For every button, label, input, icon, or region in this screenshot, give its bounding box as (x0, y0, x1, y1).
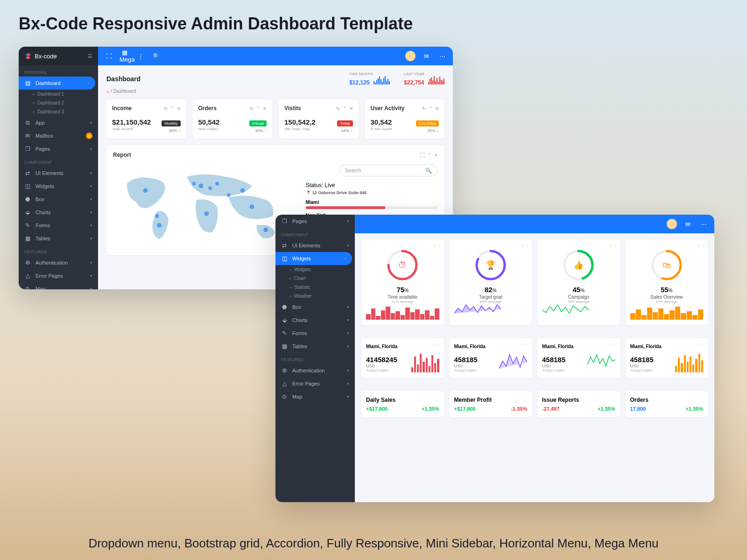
close-icon[interactable]: ○ (613, 342, 616, 347)
sidebar-item-dashboard[interactable]: ▤Dashboard– (19, 77, 95, 90)
more-icon[interactable]: ⋮ (135, 53, 146, 60)
refresh-icon[interactable]: ○ (521, 244, 523, 248)
close-icon[interactable]: ✕ (349, 106, 353, 111)
close-icon[interactable]: ○ (526, 244, 528, 248)
sidebar-item-widgets[interactable]: ◫Widgets– (275, 252, 352, 265)
sidebar-item-charts[interactable]: ⬙Charts▾ (19, 206, 98, 219)
world-map[interactable] (113, 165, 298, 249)
close-icon[interactable]: ✕ (435, 106, 439, 111)
refresh-icon[interactable]: ○ (697, 244, 699, 248)
close-icon[interactable]: ○ (702, 342, 704, 347)
collapse-icon[interactable]: ⌃ (170, 106, 174, 111)
close-icon[interactable]: ✕ (434, 153, 438, 158)
close-icon[interactable]: ✕ (177, 106, 181, 111)
card-value: 50,542 (198, 118, 220, 126)
collapse-icon[interactable]: ⌃ (428, 153, 431, 158)
refresh-icon[interactable]: ↻ (422, 106, 426, 111)
sidebar-item-widgets[interactable]: ◫Widgets▾ (19, 180, 98, 193)
sidebar-item-ui[interactable]: ⇄UI Elements▾ (275, 239, 355, 252)
sidebar-item-charts[interactable]: ⬙Charts▾ (275, 314, 355, 327)
location-sub: Today's sales (630, 368, 654, 372)
box-icon: ⬣ (281, 304, 288, 310)
sidebar-sub-statistic[interactable]: Statistic (275, 283, 355, 292)
close-icon[interactable]: ✕ (263, 106, 267, 111)
close-icon[interactable]: ○ (437, 244, 440, 248)
mega-menu-button[interactable]: ▦ Mega (120, 49, 130, 63)
dots-icon[interactable]: ⋯ (437, 53, 447, 60)
sidebar-item-pages[interactable]: ❐Pages▾ (275, 215, 355, 228)
widget-avg: 51% average (366, 300, 439, 304)
refresh-icon[interactable]: ○ (609, 342, 612, 347)
sidebar-sub-dash2[interactable]: Dashboard 2 (19, 98, 98, 107)
sidebar-item-auth[interactable]: ⚙Authentication▾ (275, 364, 355, 377)
sidebar-item-box[interactable]: ⬣Box▾ (275, 301, 355, 314)
widget-card: ○○ ⏱ 75% Time available 51% average (361, 240, 444, 325)
svg-point-1 (157, 223, 162, 228)
sidebar-item-ui[interactable]: ⇄UI Elements▾ (19, 167, 98, 180)
dashboard-title: Dashboard (106, 75, 141, 83)
sidebar-item-pages[interactable]: ❐Pages▾ (19, 142, 98, 155)
refresh-icon[interactable]: ○ (433, 244, 436, 248)
screenshot-widgets: ❐Pages▾ COMPONENT ⇄UI Elements▾ ◫Widgets… (275, 215, 714, 502)
sidebar-section-personal: PERSONAL (19, 65, 98, 77)
stat-cards-row: Income ↻⌃✕ $21,150,542Total Income Month… (106, 99, 444, 139)
location-sub: Today's sales (454, 368, 478, 372)
refresh-icon[interactable]: ○ (521, 342, 523, 347)
sidebar-item-auth[interactable]: ⚙Authentication▾ (19, 256, 98, 269)
refresh-icon[interactable]: ↻ (164, 106, 168, 111)
sidebar-sub-widgets[interactable]: Widgets (275, 265, 355, 274)
brand-logo[interactable]: Bx-code (24, 52, 57, 60)
avatar[interactable] (667, 219, 677, 229)
refresh-icon[interactable]: ↻ (250, 106, 254, 111)
sidebar-item-map[interactable]: ⊙Map▾ (19, 282, 98, 289)
sidebar-item-error[interactable]: △Error Pages▾ (275, 377, 355, 390)
sidebar: Bx-code ☰ PERSONAL ▤Dashboard– Dashboard… (19, 47, 98, 289)
refresh-icon[interactable]: ○ (609, 244, 612, 248)
report-search[interactable]: Search🔍 (339, 165, 438, 176)
mail-topbar-icon[interactable]: ✉ (683, 221, 693, 228)
search-icon[interactable]: 🔍 (151, 53, 162, 60)
close-icon[interactable]: ○ (526, 342, 528, 347)
sidebar-item-mailbox[interactable]: ✉Mailbox0 (19, 129, 98, 142)
location-name: Miami, Florida (366, 344, 439, 349)
collapse-icon[interactable]: ⌃ (429, 106, 432, 111)
sidebar-sub-dash3[interactable]: Dashboard 3 (19, 107, 98, 116)
close-icon[interactable]: ○ (613, 244, 616, 248)
brand-name: Bx-code (35, 53, 57, 60)
sidebar-item-forms[interactable]: ✎Forms▾ (275, 327, 355, 340)
mini-chart (499, 354, 527, 372)
sidebar-sub-dash1[interactable]: Dashboard 1 (19, 90, 98, 98)
expand-icon[interactable]: ⛶ (420, 153, 425, 158)
sidebar-item-tables[interactable]: ▦Tables▾ (275, 340, 355, 353)
location-value: 458185 (454, 356, 478, 364)
collapse-icon[interactable]: ⌃ (256, 106, 260, 111)
sidebar-item-box[interactable]: ⬣Box▾ (19, 193, 98, 206)
sidebar-item-map[interactable]: ⊙Map▾ (275, 390, 355, 403)
close-icon[interactable]: ○ (437, 342, 440, 347)
sidebar-item-forms[interactable]: ✎Forms▾ (19, 219, 98, 232)
sidebar-sub-weather[interactable]: Weather (275, 292, 355, 301)
mail-topbar-icon[interactable]: ✉ (421, 53, 431, 60)
city-name: Miami (306, 200, 438, 205)
location-currency: USD (366, 364, 397, 368)
menu-toggle-icon[interactable]: ☰ (88, 53, 92, 59)
refresh-icon[interactable]: ○ (433, 342, 436, 347)
sidebar-item-app[interactable]: ⧉App▾ (19, 116, 98, 129)
collapse-icon[interactable]: ⌃ (343, 106, 346, 111)
location-name: Miami, Florida (542, 344, 615, 349)
refresh-icon[interactable]: ↻ (336, 106, 340, 111)
sidebar-sub-chart[interactable]: Chart (275, 274, 355, 283)
svg-point-2 (198, 183, 203, 188)
widget-avg: 32% average (542, 300, 615, 304)
avatar[interactable] (405, 51, 416, 61)
dots-icon[interactable]: ⋯ (698, 221, 709, 228)
sidebar-item-error[interactable]: △Error Pages▾ (19, 269, 98, 282)
pages-icon: ❐ (281, 218, 288, 224)
widgets-icon: ◫ (281, 255, 288, 262)
gear-icon: ⚙ (24, 259, 31, 266)
location-card: ○○ Miami, Florida 41458245USDToday's sal… (361, 338, 444, 378)
sidebar-item-tables[interactable]: ▦Tables▾ (19, 232, 98, 245)
close-icon[interactable]: ○ (702, 244, 704, 248)
fullscreen-icon[interactable]: ⛶ (104, 53, 114, 60)
refresh-icon[interactable]: ○ (697, 342, 699, 347)
